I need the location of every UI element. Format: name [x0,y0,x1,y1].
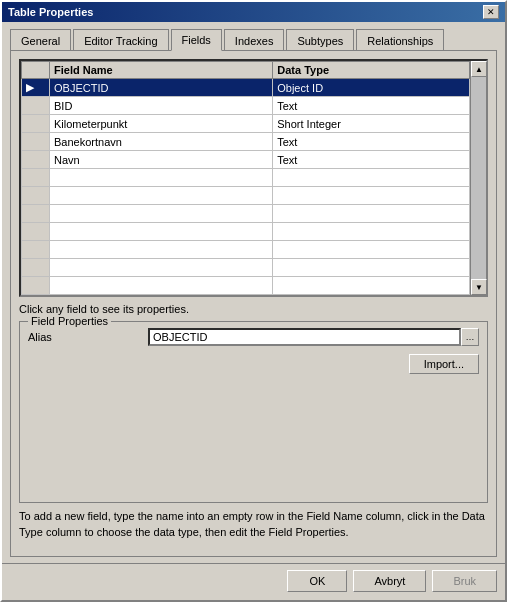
alias-browse-button[interactable]: … [461,328,479,346]
field-name-cell[interactable]: BID [50,97,273,115]
scroll-down-button[interactable]: ▼ [471,279,487,295]
table-row[interactable]: BID Text [22,97,470,115]
button-bar: OK Avbryt Bruk [2,563,505,600]
alias-label: Alias [28,331,148,343]
ok-button[interactable]: OK [287,570,347,592]
close-button[interactable]: ✕ [483,5,499,19]
tab-bar: General Editor Tracking Fields Indexes S… [10,28,497,50]
tab-general[interactable]: General [10,29,71,51]
cancel-button[interactable]: Avbryt [353,570,426,592]
window-content: General Editor Tracking Fields Indexes S… [2,22,505,563]
apply-button[interactable]: Bruk [432,570,497,592]
title-bar-controls: ✕ [483,5,499,19]
table-row[interactable] [22,259,470,277]
table-row[interactable] [22,205,470,223]
tab-subtypes[interactable]: Subtypes [286,29,354,51]
col-indicator [22,62,50,79]
import-button[interactable]: Import... [409,354,479,374]
field-name-cell[interactable]: Navn [50,151,273,169]
window-title: Table Properties [8,6,93,18]
table-row[interactable] [22,187,470,205]
tab-content: Field Name Data Type ▶ OBJECTID Object I… [10,50,497,557]
table-row[interactable] [22,169,470,187]
scroll-track [471,77,486,279]
field-properties-group: Field Properties Alias OBJECTID … Import… [19,321,488,503]
table-properties-window: Table Properties ✕ General Editor Tracki… [0,0,507,602]
fields-table-scroll[interactable]: Field Name Data Type ▶ OBJECTID Object I… [21,61,470,295]
row-indicator [22,115,50,133]
fields-table: Field Name Data Type ▶ OBJECTID Object I… [21,61,470,295]
row-indicator: ▶ [22,79,50,97]
bottom-info-text: To add a new field, type the name into a… [19,509,488,540]
data-type-cell[interactable]: Short Integer [273,115,470,133]
click-info-text: Click any field to see its properties. [19,303,488,315]
import-row: Import... [28,354,479,374]
table-row[interactable] [22,223,470,241]
data-type-cell[interactable]: Object ID [273,79,470,97]
field-name-cell[interactable]: OBJECTID [50,79,273,97]
col-field-name: Field Name [50,62,273,79]
data-type-cell[interactable]: Text [273,133,470,151]
fields-table-wrapper: Field Name Data Type ▶ OBJECTID Object I… [19,59,488,297]
tab-relationships[interactable]: Relationships [356,29,444,51]
data-type-cell[interactable]: Text [273,151,470,169]
tab-fields[interactable]: Fields [171,29,222,51]
field-name-cell[interactable]: Banekortnavn [50,133,273,151]
tab-editor-tracking[interactable]: Editor Tracking [73,29,168,51]
table-scrollbar[interactable]: ▲ ▼ [470,61,486,295]
alias-value[interactable]: OBJECTID [148,328,461,346]
col-data-type: Data Type [273,62,470,79]
table-row[interactable]: ▶ OBJECTID Object ID [22,79,470,97]
table-row[interactable]: Navn Text [22,151,470,169]
title-bar: Table Properties ✕ [2,2,505,22]
field-properties-legend: Field Properties [28,315,111,327]
row-indicator [22,151,50,169]
row-indicator [22,97,50,115]
table-row[interactable]: Kilometerpunkt Short Integer [22,115,470,133]
row-indicator [22,133,50,151]
scroll-up-button[interactable]: ▲ [471,61,487,77]
tab-indexes[interactable]: Indexes [224,29,285,51]
table-row[interactable] [22,241,470,259]
table-row[interactable]: Banekortnavn Text [22,133,470,151]
table-row[interactable] [22,277,470,295]
data-type-cell[interactable]: Text [273,97,470,115]
alias-row: Alias OBJECTID … [28,328,479,346]
field-name-cell[interactable]: Kilometerpunkt [50,115,273,133]
